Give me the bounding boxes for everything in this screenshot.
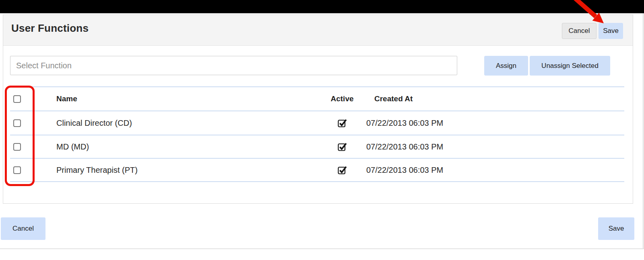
bottom-divider <box>0 248 644 249</box>
select-function-input[interactable] <box>10 56 457 75</box>
column-header-active: Active <box>310 87 374 111</box>
function-name: MD (MD) <box>56 135 282 158</box>
cancel-button-bottom[interactable]: Cancel <box>1 217 45 240</box>
cancel-button-top[interactable]: Cancel <box>562 23 597 39</box>
created-at-value: 07/22/2013 06:03 PM <box>366 111 527 135</box>
assign-button[interactable]: Assign <box>484 56 528 76</box>
active-checked-icon <box>337 141 347 152</box>
row-checkbox[interactable] <box>13 119 21 127</box>
created-at-value: 07/22/2013 06:03 PM <box>366 135 527 158</box>
active-cell <box>310 111 374 135</box>
row-checkbox[interactable] <box>13 166 21 174</box>
screen: User Functions Cancel Save Assign Unassi… <box>0 0 644 260</box>
panel-header <box>3 15 633 46</box>
save-button-top[interactable]: Save <box>599 23 623 39</box>
function-name: Primary Therapist (PT) <box>56 158 282 182</box>
row-checkbox[interactable] <box>13 143 21 151</box>
active-checked-icon <box>337 118 347 128</box>
table-row: MD (MD) 07/22/2013 06:03 PM <box>10 135 624 158</box>
table-row: Primary Therapist (PT) 07/22/2013 06:03 … <box>10 158 624 182</box>
created-at-value: 07/22/2013 06:03 PM <box>366 158 527 182</box>
top-black-bar <box>0 0 644 13</box>
column-header-created-at: Created At <box>366 87 535 111</box>
active-cell <box>310 158 374 182</box>
right-edge-border <box>643 13 644 248</box>
table-header-row: Name Active Created At <box>10 87 624 111</box>
table-row: Clinical Director (CD) 07/22/2013 06:03 … <box>10 111 624 135</box>
column-header-name: Name <box>56 87 282 111</box>
save-button-bottom[interactable]: Save <box>598 217 634 240</box>
active-cell <box>310 135 374 158</box>
unassign-selected-button[interactable]: Unassign Selected <box>530 56 610 76</box>
active-checked-icon <box>337 165 347 175</box>
select-all-checkbox[interactable] <box>13 95 21 103</box>
function-name: Clinical Director (CD) <box>56 111 282 135</box>
page-title: User Functions <box>11 22 89 35</box>
